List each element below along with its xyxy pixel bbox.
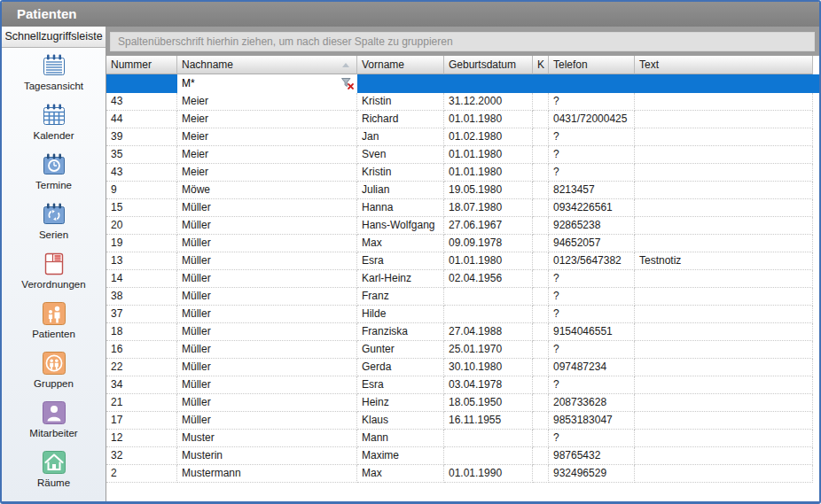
filter-cell-nachname[interactable]: M*: [177, 74, 357, 93]
column-header-vorname[interactable]: Vorname: [357, 56, 444, 74]
cell-nummer: 17: [106, 412, 177, 430]
table-row[interactable]: 32MusterinMaxime98765432: [106, 447, 819, 465]
cell-k: [533, 430, 549, 447]
cell-nummer: 12: [106, 430, 177, 447]
table-row[interactable]: 38MüllerFranz?: [106, 288, 819, 306]
patients-icon: [41, 300, 67, 327]
cell-geburtsdatum: 01.01.1980: [444, 252, 533, 270]
column-header-geburtsdatum[interactable]: Geburtsdatum: [444, 56, 533, 74]
grid-header-row: NummerNachnameVornameGeburtsdatumKTelefo…: [106, 56, 819, 74]
cell-k: [533, 93, 549, 111]
table-row[interactable]: 14MüllerKarl-Heinz02.04.1956?: [106, 270, 819, 288]
group-by-hint: Spaltenüberschrift hierhin ziehen, um na…: [110, 32, 815, 51]
table-row[interactable]: 19MüllerMax09.09.197894652057: [106, 235, 819, 252]
cell-telefon: ?: [549, 306, 635, 323]
cell-vorname: Jan: [357, 128, 444, 146]
table-row[interactable]: 17MüllerKlaus16.11.19559853183047: [106, 412, 819, 430]
auto-filter-row[interactable]: M*: [106, 74, 819, 93]
table-row[interactable]: 22MüllerGerda30.10.1980097487234: [106, 359, 819, 376]
table-row[interactable]: 39MeierJan01.02.1980?: [106, 128, 819, 146]
cell-geburtsdatum: [444, 430, 533, 447]
cell-text: [635, 93, 813, 111]
table-row[interactable]: 34MüllerEsra03.04.1978?: [106, 376, 819, 394]
table-row[interactable]: 43MeierKristin01.01.1980?: [106, 164, 819, 182]
cell-k: [533, 182, 549, 199]
table-row[interactable]: 15MüllerHanna18.07.19800934226561: [106, 199, 819, 217]
table-row[interactable]: 16MüllerGunter25.01.1970?: [106, 341, 819, 359]
table-row[interactable]: 2MustermannMax01.01.1990932496529: [106, 465, 819, 483]
cell-nummer: 14: [106, 270, 177, 288]
filter-cell-nummer[interactable]: [106, 74, 177, 93]
filter-cell-k[interactable]: [533, 74, 549, 93]
column-header-nummer[interactable]: Nummer: [106, 56, 177, 74]
column-header-telefon[interactable]: Telefon: [549, 56, 635, 74]
clear-filter-icon[interactable]: [340, 77, 355, 90]
cell-geburtsdatum: 01.01.1980: [444, 146, 533, 164]
sidebar-item-termine[interactable]: Termine: [2, 147, 106, 197]
sidebar-item-serien[interactable]: Serien: [2, 197, 106, 246]
filter-cell-text[interactable]: [635, 74, 813, 93]
cell-geburtsdatum: 18.05.1950: [444, 394, 533, 412]
table-row[interactable]: 18MüllerFranziska27.04.19889154046551: [106, 323, 819, 341]
sidebar-item-patienten[interactable]: Patienten: [2, 296, 106, 345]
window-title: Patienten: [2, 2, 819, 27]
cell-vorname: Klaus: [357, 412, 444, 430]
cell-nummer: 16: [106, 341, 177, 359]
cell-vorname: Esra: [357, 376, 444, 394]
cell-geburtsdatum: 25.01.1970: [444, 341, 533, 359]
table-row[interactable]: 9MöweJulian19.05.19808213457: [106, 182, 819, 199]
cell-nachname: Müller: [177, 323, 357, 341]
patients-grid: NummerNachnameVornameGeburtsdatumKTelefo…: [106, 56, 819, 501]
cell-text: [635, 288, 813, 306]
filter-cell-telefon[interactable]: [549, 74, 635, 93]
cell-telefon: ?: [549, 270, 635, 288]
cell-vorname: Gunter: [357, 341, 444, 359]
cell-vorname: Kristin: [357, 93, 444, 111]
cell-k: [533, 323, 549, 341]
filter-cell-geburtsdatum[interactable]: [444, 74, 533, 93]
column-header-k[interactable]: K: [533, 56, 549, 74]
table-row[interactable]: 37MüllerHilde?: [106, 306, 819, 323]
cell-vorname: Max: [357, 235, 444, 252]
table-row[interactable]: 44MeierRichard01.01.19800431/72000425: [106, 111, 819, 128]
cell-geburtsdatum: 01.01.1990: [444, 465, 533, 483]
sidebar-item-tagesansicht[interactable]: Tagesansicht: [2, 48, 106, 97]
cell-nachname: Müller: [177, 376, 357, 394]
table-row[interactable]: 35MeierSven01.01.1980?: [106, 146, 819, 164]
cell-text: [635, 164, 813, 182]
cell-geburtsdatum: 30.10.1980: [444, 359, 533, 376]
sidebar-item-raeume[interactable]: Räume: [2, 445, 106, 494]
table-row[interactable]: 21MüllerHeinz18.05.1950208733628: [106, 394, 819, 412]
cell-nummer: 34: [106, 376, 177, 394]
filter-cell-vorname[interactable]: [357, 74, 444, 93]
table-row[interactable]: 43MeierKristin31.12.2000?: [106, 93, 819, 111]
sidebar-item-gruppen[interactable]: Gruppen: [2, 345, 106, 395]
cell-k: [533, 217, 549, 235]
cell-vorname: Julian: [357, 182, 444, 199]
cell-vorname: Heinz: [357, 394, 444, 412]
sidebar-item-kalender[interactable]: Kalender: [2, 97, 106, 147]
cell-vorname: Franziska: [357, 323, 444, 341]
table-row[interactable]: 20MüllerHans-Wolfgang27.06.196792865238: [106, 217, 819, 235]
cell-text: [635, 270, 813, 288]
cell-telefon: ?: [549, 430, 635, 447]
cell-telefon: ?: [549, 376, 635, 394]
table-row[interactable]: 12MusterMann?: [106, 430, 819, 447]
cell-text: [635, 430, 813, 447]
sidebar-item-mitarbeiter[interactable]: Mitarbeiter: [2, 395, 106, 445]
table-row[interactable]: 13MüllerEsra01.01.19800123/5647382Testno…: [106, 252, 819, 270]
cell-nachname: Müller: [177, 288, 357, 306]
cell-text: Testnotiz: [635, 252, 813, 270]
group-by-bar[interactable]: Spaltenüberschrift hierhin ziehen, um na…: [106, 27, 819, 56]
cell-nachname: Müller: [177, 412, 357, 430]
cell-text: [635, 465, 813, 483]
cell-text: [635, 146, 813, 164]
sidebar-item-verordnungen[interactable]: Verordnungen: [2, 246, 106, 296]
column-header-nachname[interactable]: Nachname: [177, 56, 357, 74]
cell-geburtsdatum: 19.05.1980: [444, 182, 533, 199]
cell-nachname: Müller: [177, 270, 357, 288]
column-header-text[interactable]: Text: [635, 56, 813, 74]
cell-telefon: 0934226561: [549, 199, 635, 217]
cell-telefon: 9154046551: [549, 323, 635, 341]
cell-text: [635, 111, 813, 128]
